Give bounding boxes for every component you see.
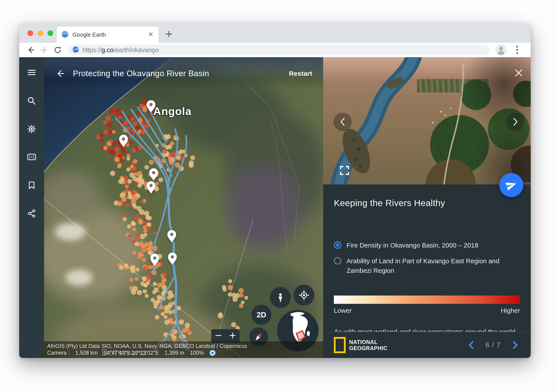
browser-toolbar: https://g.co/earth/okavango <box>19 43 531 57</box>
browser-window: Google Earth https://g.co/earth/okavango <box>19 24 531 358</box>
profile-avatar[interactable] <box>495 44 507 56</box>
reload-button[interactable] <box>52 44 63 56</box>
browser-tab[interactable]: Google Earth <box>57 27 158 43</box>
zoom-in-button[interactable] <box>229 331 237 340</box>
radio-icon[interactable] <box>334 257 341 265</box>
sidebar <box>19 57 44 358</box>
camera-tilt-indicator-icon <box>209 350 216 356</box>
search-icon[interactable] <box>19 91 44 110</box>
zoom-controls <box>211 329 239 343</box>
pagination: 6 / 7 <box>466 340 520 350</box>
tab-strip: Google Earth <box>19 24 531 43</box>
camera-status-line: Camera : 1,508 km 14°47'40"S 20°13'02"E … <box>47 349 320 356</box>
feeling-lucky-dice-icon[interactable] <box>19 147 44 166</box>
next-page-button[interactable] <box>510 340 520 350</box>
brand-line: NATIONAL <box>349 339 387 345</box>
previous-photo-button[interactable] <box>333 113 352 131</box>
map-label-angola: Angola <box>153 105 192 118</box>
mac-close-button[interactable] <box>28 30 33 36</box>
legend-gradient-bar <box>334 296 520 304</box>
pegman-button[interactable] <box>270 287 291 308</box>
story-back-arrow-icon[interactable] <box>55 69 65 78</box>
google-earth-favicon <box>62 31 69 39</box>
camera-label: Camera : <box>47 349 70 356</box>
fly-to-fab[interactable] <box>499 173 523 197</box>
brand-line: GEOGRAPHIC <box>349 345 387 351</box>
map-attribution: AfriGIS (Pty) Ltd Data SIO, NOAA, U.S. N… <box>44 341 323 358</box>
map-canvas: Angola Google Botswana <box>44 57 323 358</box>
zoom-out-button[interactable] <box>215 331 222 340</box>
address-bar[interactable]: https://g.co/earth/okavango <box>68 45 490 55</box>
browser-menu-icon[interactable] <box>511 44 523 56</box>
story-paragraph: As with most wetland and river ecosystem… <box>334 326 520 332</box>
forward-button[interactable] <box>39 44 50 56</box>
tab-close-icon[interactable] <box>148 31 154 38</box>
next-photo-button[interactable] <box>506 113 525 131</box>
restart-button[interactable]: Restart <box>289 70 312 77</box>
legend-high-label: Higher <box>501 307 520 314</box>
new-tab-button[interactable] <box>163 28 175 40</box>
back-button[interactable] <box>25 44 36 56</box>
photo-scene <box>323 57 531 184</box>
radio-option-arability[interactable]: Arability of Land in Part of Kavango Eas… <box>334 256 520 275</box>
story-photo <box>323 57 531 184</box>
story-panel-body: Keeping the Rivers Healthy Fire Density … <box>323 184 531 332</box>
app-content: Angola Google Botswana Protecting the Ok… <box>19 57 531 358</box>
mac-minimize-button[interactable] <box>38 30 43 36</box>
tab-title: Google Earth <box>72 31 148 38</box>
legend-labels: Lower Higher <box>334 307 520 314</box>
url-text: https://g.co/earth/okavango <box>83 47 159 54</box>
radio-icon[interactable] <box>334 241 341 249</box>
camera-altitude: 1,399 m <box>164 349 184 356</box>
story-header: Protecting the Okavango River Basin Rest… <box>44 57 323 90</box>
map-view[interactable]: Angola Google Botswana Protecting the Ok… <box>44 57 323 358</box>
national-geographic-logo: NATIONAL GEOGRAPHIC <box>334 337 387 353</box>
my-location-button[interactable] <box>293 285 314 306</box>
desktop: Google Earth https://g.co/earth/okavango <box>0 0 556 392</box>
mac-zoom-button[interactable] <box>47 30 53 36</box>
voyager-wheel-icon[interactable] <box>19 119 44 139</box>
layer-options: Fire Density in Okavango Basin, 2000 – 2… <box>334 241 520 275</box>
close-story-icon[interactable] <box>513 68 524 78</box>
site-favicon <box>72 46 79 54</box>
page-indicator: 6 / 7 <box>486 341 501 349</box>
camera-distance: 1,508 km <box>75 349 98 356</box>
2d-mode-button[interactable]: 2D <box>251 305 271 325</box>
camera-zoom-level: 100% <box>190 349 204 356</box>
hamburger-menu-icon[interactable] <box>19 63 44 82</box>
section-heading: Keeping the Rivers Healthy <box>334 198 520 208</box>
camera-coordinates: 14°47'40"S 20°13'02"E <box>103 349 159 356</box>
bookmark-icon[interactable] <box>19 175 44 195</box>
story-footer: NATIONAL GEOGRAPHIC 6 / 7 <box>323 332 531 358</box>
attribution-line: AfriGIS (Pty) Ltd Data SIO, NOAA, U.S. N… <box>47 343 320 349</box>
radio-option-fire-density[interactable]: Fire Density in Okavango Basin, 2000 – 2… <box>334 241 520 250</box>
share-icon[interactable] <box>19 204 44 223</box>
window-controls <box>28 30 53 36</box>
previous-page-button[interactable] <box>466 340 476 350</box>
natgeo-frame-icon <box>334 337 346 353</box>
story-title: Protecting the Okavango River Basin <box>73 69 289 78</box>
legend-low-label: Lower <box>334 307 352 314</box>
story-panel: Keeping the Rivers Healthy Fire Density … <box>323 57 531 358</box>
fullscreen-icon[interactable] <box>339 165 350 176</box>
